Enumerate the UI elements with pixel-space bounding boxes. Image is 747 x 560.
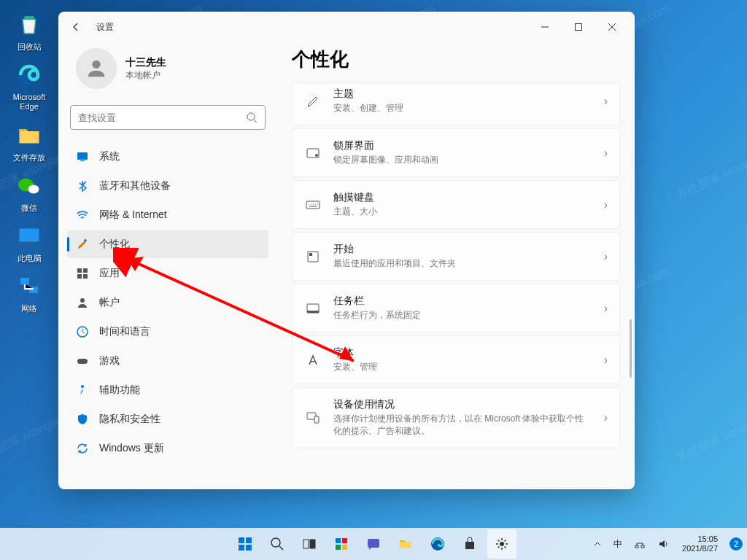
desktop-icon-network[interactable]: 网络 bbox=[0, 268, 58, 318]
tray-ime[interactable]: 中 bbox=[609, 529, 627, 559]
svg-rect-40 bbox=[342, 538, 347, 543]
system-icon bbox=[76, 150, 89, 163]
svg-rect-47 bbox=[641, 545, 644, 548]
card-fonts[interactable]: 字体安装、管理 › bbox=[292, 335, 620, 384]
desktop-icon-wechat[interactable]: 微信 bbox=[0, 167, 58, 217]
chevron-right-icon: › bbox=[604, 302, 608, 315]
notification-badge[interactable]: 2 bbox=[729, 537, 743, 551]
tray-chevron[interactable] bbox=[589, 529, 606, 559]
close-button[interactable] bbox=[595, 15, 629, 39]
nav-windows-update[interactable]: Windows 更新 bbox=[67, 435, 268, 462]
wifi-icon bbox=[76, 209, 89, 222]
tray-clock[interactable]: 15:05 2021/8/27 bbox=[676, 529, 724, 559]
svg-rect-41 bbox=[336, 545, 341, 550]
nav-time-language[interactable]: 时间和语言 bbox=[67, 318, 268, 346]
nav-apps[interactable]: 应用 bbox=[67, 260, 268, 287]
svg-point-8 bbox=[92, 61, 100, 69]
page-title: 个性化 bbox=[292, 47, 620, 72]
start-icon bbox=[304, 248, 322, 265]
clock-icon bbox=[76, 325, 89, 338]
store-button[interactable] bbox=[455, 529, 484, 559]
nav-gaming[interactable]: 游戏 bbox=[67, 347, 268, 375]
minimize-button[interactable] bbox=[528, 15, 562, 39]
svg-rect-35 bbox=[246, 545, 252, 551]
nav-privacy[interactable]: 隐私和安全性 bbox=[67, 405, 268, 433]
card-start[interactable]: 开始最近使用的应用和项目、文件夹 › bbox=[292, 232, 620, 281]
bluetooth-icon bbox=[76, 179, 89, 192]
nav-accessibility[interactable]: 辅助功能 bbox=[67, 376, 268, 404]
search-input[interactable] bbox=[78, 112, 246, 123]
user-name: 十三先生 bbox=[125, 56, 166, 69]
nav-personalization[interactable]: 个性化 bbox=[67, 230, 268, 258]
svg-rect-3 bbox=[20, 228, 39, 241]
card-device-usage[interactable]: 设备使用情况选择你计划使用设备的所有方法，以在 Microsoft 体验中获取个… bbox=[292, 387, 620, 448]
back-button[interactable] bbox=[64, 15, 88, 39]
card-touch-keyboard[interactable]: 触摸键盘主题、大小 › bbox=[292, 180, 620, 229]
svg-rect-25 bbox=[309, 253, 312, 256]
desktop-icon-this-pc[interactable]: 此电脑 bbox=[0, 217, 58, 268]
brush-icon bbox=[76, 238, 89, 251]
update-icon bbox=[76, 442, 89, 455]
svg-rect-7 bbox=[576, 24, 582, 31]
nav-list: 系统 蓝牙和其他设备 网络 & Internet 个性化 应用 帐户 时间和语言… bbox=[67, 143, 268, 462]
svg-rect-27 bbox=[307, 311, 319, 313]
chevron-right-icon: › bbox=[604, 354, 608, 367]
titlebar: 设置 bbox=[58, 12, 635, 42]
svg-rect-39 bbox=[336, 538, 341, 543]
chevron-right-icon: › bbox=[604, 411, 608, 424]
content: 个性化 主题安装、创建、管理 › 锁屏界面锁定屏幕图像、应用和动画 › 触摸键盘… bbox=[277, 42, 635, 489]
svg-rect-37 bbox=[303, 540, 309, 548]
nav-accounts[interactable]: 帐户 bbox=[67, 289, 268, 316]
computer-icon bbox=[15, 222, 44, 251]
scrollbar[interactable] bbox=[630, 319, 632, 378]
taskbar-icon bbox=[304, 300, 322, 317]
svg-rect-33 bbox=[246, 537, 252, 543]
widgets-button[interactable] bbox=[327, 529, 356, 559]
shield-icon bbox=[76, 413, 89, 426]
desktop-icon-folder[interactable]: 文件存放 bbox=[0, 117, 58, 167]
account-icon bbox=[76, 296, 89, 309]
svg-rect-15 bbox=[77, 274, 82, 279]
svg-point-22 bbox=[315, 154, 318, 157]
fonts-icon bbox=[304, 351, 322, 369]
nav-bluetooth[interactable]: 蓝牙和其他设备 bbox=[67, 172, 268, 200]
taskbar: 中 15:05 2021/8/27 2 bbox=[0, 528, 747, 560]
card-taskbar[interactable]: 任务栏任务栏行为，系统固定 › bbox=[292, 284, 620, 332]
svg-rect-34 bbox=[239, 545, 244, 551]
svg-rect-32 bbox=[239, 537, 244, 543]
chat-button[interactable] bbox=[359, 529, 388, 559]
maximize-button[interactable] bbox=[562, 15, 595, 39]
nav-system[interactable]: 系统 bbox=[67, 143, 268, 171]
window-title: 设置 bbox=[96, 21, 114, 34]
accessibility-icon bbox=[76, 384, 89, 397]
svg-rect-43 bbox=[368, 539, 379, 548]
user-sub: 本地帐户 bbox=[125, 69, 166, 82]
edge-taskbar-button[interactable] bbox=[423, 529, 452, 559]
start-button[interactable] bbox=[231, 529, 260, 559]
avatar bbox=[76, 48, 117, 89]
desktop: 回收站 Microsoft Edge 文件存放 微信 此电脑 网络 bbox=[0, 0, 58, 318]
user-block[interactable]: 十三先生 本地帐户 bbox=[67, 42, 268, 101]
nav-network[interactable]: 网络 & Internet bbox=[67, 201, 268, 229]
chevron-right-icon: › bbox=[604, 95, 608, 108]
svg-rect-42 bbox=[342, 545, 347, 550]
search-button[interactable] bbox=[263, 529, 292, 559]
task-view-button[interactable] bbox=[295, 529, 324, 559]
gaming-icon bbox=[76, 354, 89, 368]
desktop-icon-edge[interactable]: Microsoft Edge bbox=[0, 56, 58, 116]
desktop-icon-recycle-bin[interactable]: 回收站 bbox=[0, 6, 58, 56]
svg-rect-10 bbox=[77, 152, 88, 160]
chevron-right-icon: › bbox=[604, 198, 608, 211]
svg-point-45 bbox=[500, 542, 504, 546]
svg-rect-19 bbox=[77, 359, 88, 364]
settings-taskbar-button[interactable] bbox=[487, 529, 516, 559]
tray-network-icon[interactable] bbox=[630, 529, 650, 559]
network-icon bbox=[15, 272, 44, 301]
explorer-button[interactable] bbox=[391, 529, 420, 559]
svg-rect-23 bbox=[306, 201, 320, 209]
tray-volume-icon[interactable] bbox=[653, 529, 673, 559]
card-themes[interactable]: 主题安装、创建、管理 › bbox=[292, 82, 620, 125]
svg-rect-29 bbox=[314, 416, 319, 423]
card-lockscreen[interactable]: 锁屏界面锁定屏幕图像、应用和动画 › bbox=[292, 128, 620, 177]
search-box[interactable] bbox=[70, 105, 266, 130]
